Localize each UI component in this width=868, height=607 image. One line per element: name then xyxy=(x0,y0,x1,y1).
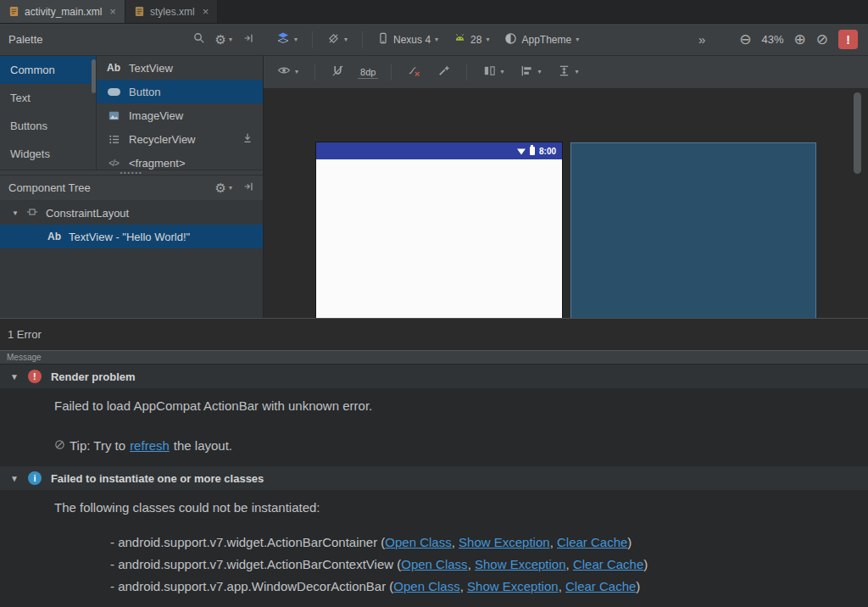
palette-item-fragment[interactable]: </> <fragment> xyxy=(97,151,263,170)
magic-wand-icon xyxy=(437,64,450,81)
tip-icon xyxy=(54,438,65,453)
tab-activity-main-xml[interactable]: activity_main.xml × xyxy=(0,0,125,23)
design-preview[interactable]: 8:00 xyxy=(316,142,562,318)
open-class-link[interactable]: Open Class xyxy=(385,535,451,549)
separator-text: , xyxy=(550,535,557,549)
infer-constraints-button[interactable] xyxy=(434,62,453,83)
tree-item-constraintlayout[interactable]: ▼ ConstraintLayout xyxy=(0,201,263,225)
tip-text: the layout. xyxy=(174,438,232,453)
tip-line: Tip: Try to refresh the layout. xyxy=(54,438,868,453)
palette-scrollbar[interactable] xyxy=(92,59,96,93)
hide-panel-icon[interactable] xyxy=(242,181,254,196)
hide-panel-icon[interactable] xyxy=(242,32,254,47)
tree-options-button[interactable]: ⚙▾ xyxy=(215,181,232,194)
tree-item-label: ConstraintLayout xyxy=(46,207,129,220)
default-margin-chip[interactable]: 8dp xyxy=(358,66,378,79)
api-level-selector[interactable]: 28 ▾ xyxy=(450,30,492,50)
device-selector[interactable]: Nexus 4 ▾ xyxy=(374,30,442,49)
pack-icon xyxy=(483,64,496,81)
chevron-down-icon: ▾ xyxy=(500,69,504,75)
gear-icon: ⚙ xyxy=(215,33,226,46)
wifi-icon xyxy=(517,143,526,159)
download-icon[interactable] xyxy=(242,132,253,147)
chevron-down-icon: ▾ xyxy=(486,36,489,43)
clear-cache-link[interactable]: Clear Cache xyxy=(557,535,627,549)
zoom-in-button[interactable]: ⊕ xyxy=(794,32,806,47)
palette-item-imageview[interactable]: ImageView xyxy=(97,103,263,127)
panel-splitter[interactable]: •••••• xyxy=(0,170,263,175)
chevron-down-icon: ▾ xyxy=(295,69,298,75)
expand-arrow-icon[interactable]: ▼ xyxy=(12,209,19,217)
magnet-icon xyxy=(331,64,344,81)
collapse-arrow-icon[interactable]: ▼ xyxy=(10,474,19,483)
textview-icon: Ab xyxy=(106,62,121,74)
toolbar-separator xyxy=(314,64,315,81)
open-class-link[interactable]: Open Class xyxy=(401,557,467,571)
palette-item-button[interactable]: Button xyxy=(97,80,263,103)
chevron-down-icon: ▾ xyxy=(435,36,438,43)
class-name: - android.support.v7.widget.ActionBarCon… xyxy=(110,557,401,571)
close-icon[interactable]: × xyxy=(109,6,116,17)
error-group-render-problem[interactable]: ▼ ! Render problem xyxy=(0,365,868,388)
palette-category-common[interactable]: Common xyxy=(0,56,96,84)
show-exception-link[interactable]: Show Exception xyxy=(475,557,566,571)
gear-icon: ⚙ xyxy=(215,181,226,194)
toolbar-overflow-chevron[interactable]: » xyxy=(698,32,705,47)
message-column-header: Message xyxy=(0,350,868,365)
clear-cache-link[interactable]: Clear Cache xyxy=(565,579,636,593)
orientation-selector[interactable]: ▾ xyxy=(324,30,351,50)
tab-styles-xml[interactable]: styles.xml × xyxy=(125,0,218,23)
phone-icon xyxy=(377,32,389,47)
design-canvas[interactable]: 8:00 xyxy=(264,89,868,318)
render-errors-panel: 1 Error Message ▼ ! Render problem Faile… xyxy=(0,318,868,607)
component-tree-title: Component Tree xyxy=(8,181,91,194)
clear-cache-link[interactable]: Clear Cache xyxy=(573,557,643,571)
search-icon[interactable] xyxy=(192,31,205,47)
pack-button[interactable]: ▾ xyxy=(480,62,507,83)
class-name: - android.support.v7.app.WindowDecorActi… xyxy=(110,579,393,593)
autoconnect-toggle[interactable] xyxy=(328,62,348,83)
eye-icon xyxy=(277,64,291,81)
show-exception-link[interactable]: Show Exception xyxy=(459,535,550,549)
palette-category-widgets[interactable]: Widgets xyxy=(0,140,96,168)
theme-selector[interactable]: AppTheme ▾ xyxy=(501,30,582,50)
chevron-down-icon: ▾ xyxy=(294,36,298,43)
tree-item-textview[interactable]: Ab TextView - "Hello World!" xyxy=(0,225,263,248)
palette-category-list: Common Text Buttons Widgets xyxy=(0,56,97,170)
zoom-out-button[interactable]: ⊖ xyxy=(739,32,751,47)
view-options-button[interactable]: ▾ xyxy=(274,61,302,83)
palette-options-button[interactable]: ⚙▾ xyxy=(215,33,232,46)
separator-text: , xyxy=(468,557,475,571)
blueprint-preview[interactable] xyxy=(570,142,816,318)
toolbar-separator xyxy=(391,64,392,81)
design-surface-selector[interactable]: ▾ xyxy=(273,29,301,50)
info-icon: i xyxy=(28,471,42,485)
class-name: - android.support.v7.widget.ActionBarCon… xyxy=(110,535,385,549)
align-button[interactable]: ▾ xyxy=(517,62,544,83)
palette-item-textview[interactable]: Ab TextView xyxy=(97,56,263,80)
error-group-instantiate[interactable]: ▼ i Failed to instantiate one or more cl… xyxy=(0,466,868,490)
chevron-down-icon: ▾ xyxy=(229,185,232,192)
refresh-link[interactable]: refresh xyxy=(130,438,170,453)
constraintlayout-icon xyxy=(26,206,38,220)
uninstantiable-class-row: - android.support.v7.app.WindowDecorActi… xyxy=(110,576,868,598)
collapse-arrow-icon[interactable]: ▼ xyxy=(10,372,19,381)
uninstantiable-class-list: - android.support.v7.widget.ActionBarCon… xyxy=(54,532,868,598)
palette-category-text[interactable]: Text xyxy=(0,84,96,112)
canvas-scrollbar[interactable] xyxy=(854,92,861,174)
distribute-icon xyxy=(558,64,570,81)
error-group-title: Render problem xyxy=(51,370,136,383)
palette-category-buttons[interactable]: Buttons xyxy=(0,112,96,140)
zoom-to-fit-button[interactable]: ⊘ xyxy=(816,32,828,47)
uninstantiable-class-row: - android.support.v7.widget.ActionBarCon… xyxy=(110,532,868,554)
show-exception-link[interactable]: Show Exception xyxy=(467,579,559,593)
status-time: 8:00 xyxy=(539,147,556,156)
palette-item-recyclerview[interactable]: RecyclerView xyxy=(97,127,263,151)
clear-constraints-button[interactable] xyxy=(404,62,424,83)
distribute-button[interactable]: ▾ xyxy=(554,62,581,83)
open-class-link[interactable]: Open Class xyxy=(393,579,459,593)
render-errors-badge[interactable]: ! xyxy=(838,30,858,49)
render-problem-details: Failed to load AppCompat ActionBar with … xyxy=(0,388,868,466)
orientation-icon xyxy=(327,32,340,47)
close-icon[interactable]: × xyxy=(203,6,209,17)
